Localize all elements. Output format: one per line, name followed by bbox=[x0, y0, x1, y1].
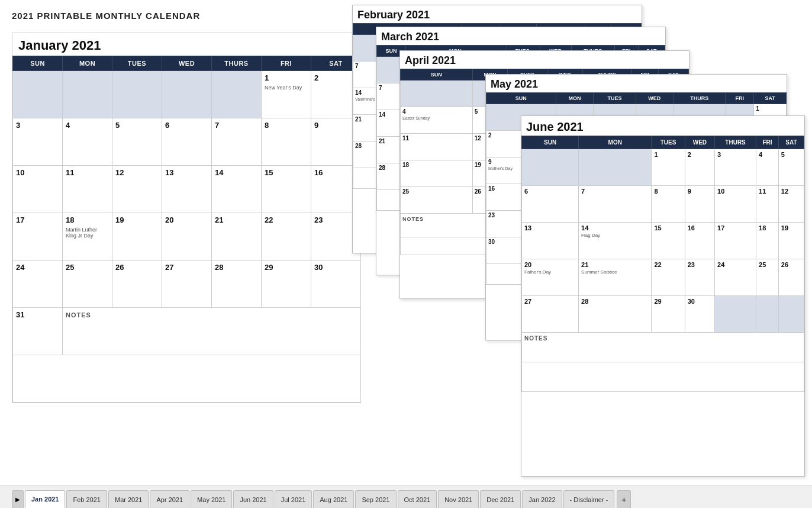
header-thu: THURS bbox=[674, 93, 726, 104]
table-cell: 20Father's Day bbox=[522, 259, 579, 296]
table-cell bbox=[212, 71, 262, 118]
table-cell: 18Martin Luther King Jr Day bbox=[63, 213, 112, 261]
table-cell: 31 bbox=[13, 308, 63, 355]
header-fri: FRI bbox=[262, 56, 311, 71]
table-cell: 19 bbox=[778, 223, 804, 259]
tab-nov-2021[interactable]: Nov 2021 bbox=[438, 490, 479, 508]
table-row: 20Father's Day 21Summer Solstice 22 23 2… bbox=[522, 259, 804, 296]
table-cell: 19 bbox=[112, 213, 162, 261]
table-cell: 27 bbox=[162, 261, 212, 308]
table-cell: 15 bbox=[652, 223, 685, 259]
tab-add-button[interactable]: + bbox=[617, 490, 631, 508]
feb-title: February 2021 bbox=[353, 5, 642, 23]
header-thu: THURS bbox=[212, 56, 262, 71]
tab-jul-2021[interactable]: Jul 2021 bbox=[275, 490, 312, 508]
table-cell bbox=[778, 296, 804, 333]
notes-extra bbox=[522, 362, 804, 392]
table-row: 1 2 3 4 5 bbox=[522, 149, 804, 186]
tab-nav-left[interactable]: ▶ bbox=[12, 490, 24, 508]
table-cell: 4Easter Sunday bbox=[401, 107, 473, 134]
tab-aug-2021[interactable]: Aug 2021 bbox=[313, 490, 354, 508]
main-content: 2021 PRINTABLE MONTHLY CALENDAR January … bbox=[0, 0, 812, 486]
table-cell: 9 bbox=[685, 186, 714, 223]
tab-dec-2021[interactable]: Dec 2021 bbox=[480, 490, 521, 508]
table-row: 17 18Martin Luther King Jr Day 19 20 21 … bbox=[13, 213, 361, 261]
table-cell: 30 bbox=[685, 296, 714, 333]
tab-mar-2021[interactable]: Mar 2021 bbox=[108, 490, 149, 508]
table-cell: 10 bbox=[715, 186, 756, 223]
table-cell: 26 bbox=[778, 259, 804, 296]
header-wed: WED bbox=[636, 93, 674, 104]
table-cell: 11 bbox=[756, 186, 779, 223]
table-row: 1New Year's Day 2 bbox=[13, 71, 361, 118]
header-fri: FRI bbox=[726, 93, 754, 104]
table-cell: 13 bbox=[162, 166, 212, 213]
tab-apr-2021[interactable]: Apr 2021 bbox=[150, 490, 189, 508]
table-cell: 11 bbox=[63, 166, 112, 213]
table-cell: 5 bbox=[112, 118, 162, 166]
tab-disclaimer[interactable]: - Disclaimer - bbox=[563, 490, 615, 508]
jan-title: January 2021 bbox=[12, 33, 360, 56]
table-row: 10 11 12 13 14 15 16 bbox=[13, 166, 361, 213]
tab-may-2021[interactable]: May 2021 bbox=[191, 490, 232, 508]
table-cell: 2 bbox=[685, 149, 714, 186]
header-sun: SUN bbox=[486, 93, 556, 104]
table-cell: 4 bbox=[756, 149, 779, 186]
table-cell: 27 bbox=[522, 296, 579, 333]
table-cell: 21 bbox=[212, 213, 262, 261]
table-cell: 8 bbox=[262, 118, 311, 166]
table-cell: 17 bbox=[715, 223, 756, 259]
tab-sep-2021[interactable]: Sep 2021 bbox=[355, 490, 396, 508]
tab-jan-2021[interactable]: Jan 2021 bbox=[25, 490, 65, 508]
table-cell: 7 bbox=[579, 186, 652, 223]
header-sun: SUN bbox=[401, 69, 473, 81]
table-cell: 1New Year's Day bbox=[262, 71, 311, 118]
table-row: 3 4 5 6 7 8 9 bbox=[13, 118, 361, 166]
table-row: NOTES bbox=[522, 333, 804, 362]
header-tue: TUES bbox=[652, 136, 685, 149]
table-cell bbox=[112, 71, 162, 118]
table-cell: 17 bbox=[13, 213, 63, 261]
table-row: 24 25 26 27 28 29 30 bbox=[13, 261, 361, 308]
table-cell: 30 bbox=[311, 261, 361, 308]
table-cell: 14 bbox=[212, 166, 262, 213]
table-cell: 8 bbox=[652, 186, 685, 223]
header-sat: SAT bbox=[754, 93, 787, 104]
table-cell: 18 bbox=[756, 223, 779, 259]
header-mon: MON bbox=[556, 93, 594, 104]
table-cell: 6 bbox=[522, 186, 579, 223]
table-cell: 3 bbox=[13, 118, 63, 166]
notes-cell: NOTES bbox=[63, 308, 361, 355]
table-row: 6 7 8 9 10 11 12 bbox=[522, 186, 804, 223]
header-mon: MON bbox=[579, 136, 652, 149]
tab-feb-2021[interactable]: Feb 2021 bbox=[66, 490, 107, 508]
header-wed: WED bbox=[162, 56, 212, 71]
header-fri: FRI bbox=[756, 136, 779, 149]
table-cell: 22 bbox=[262, 213, 311, 261]
table-cell bbox=[715, 296, 756, 333]
tab-jun-2021[interactable]: Jun 2021 bbox=[233, 490, 273, 508]
table-cell: 23 bbox=[685, 259, 714, 296]
table-cell: 1 bbox=[652, 149, 685, 186]
jun-grid: SUN MON TUES WED THURS FRI SAT 1 2 3 4 bbox=[521, 136, 804, 392]
table-cell: 24 bbox=[13, 261, 63, 308]
table-cell: 3 bbox=[715, 149, 756, 186]
table-cell bbox=[162, 71, 212, 118]
tab-jan-2022[interactable]: Jan 2022 bbox=[522, 490, 562, 508]
table-cell: 6 bbox=[162, 118, 212, 166]
may-title: May 2021 bbox=[486, 75, 787, 92]
table-cell: 7 bbox=[212, 118, 262, 166]
table-cell: 25 bbox=[63, 261, 112, 308]
tab-oct-2021[interactable]: Oct 2021 bbox=[398, 490, 437, 508]
table-cell: 11 bbox=[401, 134, 473, 160]
apr-title: April 2021 bbox=[400, 51, 689, 69]
table-cell: 21Summer Solstice bbox=[579, 259, 652, 296]
jan-grid: SUN MON TUES WED THURS FRI SAT 1New Year… bbox=[12, 56, 361, 403]
table-cell: 5 bbox=[778, 149, 804, 186]
table-cell: 29 bbox=[652, 296, 685, 333]
table-cell: 24 bbox=[715, 259, 756, 296]
table-cell: 22 bbox=[652, 259, 685, 296]
table-cell: 25 bbox=[756, 259, 779, 296]
table-cell: 4 bbox=[63, 118, 112, 166]
table-cell: 28 bbox=[579, 296, 652, 333]
